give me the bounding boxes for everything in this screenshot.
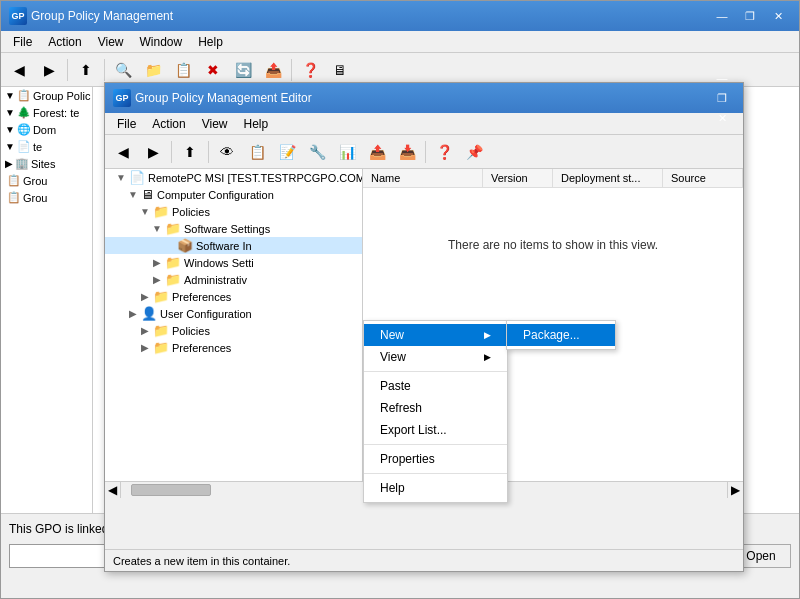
expand-admin-templates: ▶ — [149, 274, 165, 285]
inner-tb-show-hide[interactable]: 👁 — [213, 138, 241, 166]
ctx-item-refresh[interactable]: Refresh — [364, 397, 507, 419]
sidebar-item-grou2[interactable]: 📋 Grou — [1, 189, 92, 206]
inner-tb-b3[interactable]: 🔧 — [303, 138, 331, 166]
sidebar-item-te[interactable]: ▼ 📄 te — [1, 138, 92, 155]
column-headers: Name Version Deployment st... Source — [363, 169, 743, 188]
tb-console-button[interactable]: 🖥 — [326, 56, 354, 84]
ctx-item-properties[interactable]: Properties — [364, 448, 507, 470]
outer-menu-file[interactable]: File — [5, 31, 40, 52]
tb-properties-button[interactable]: 📋 — [169, 56, 197, 84]
sidebar-item-grou1[interactable]: 📋 Grou — [1, 172, 92, 189]
inner-tb-b5[interactable]: 📤 — [363, 138, 391, 166]
tb-folder-button[interactable]: 📁 — [139, 56, 167, 84]
tree-node-prefs-user[interactable]: ▶ 📁 Preferences — [105, 339, 362, 356]
inner-menu-file[interactable]: File — [109, 113, 144, 134]
inner-tb-help[interactable]: ❓ — [430, 138, 458, 166]
tb-sep-3 — [291, 59, 292, 81]
tree-label-computer-config: Computer Configuration — [157, 189, 274, 201]
ctx-arrow-new: ▶ — [484, 330, 491, 340]
tree-node-user-config[interactable]: ▶ 👤 User Configuration — [105, 305, 362, 322]
submenu-item-package[interactable]: Package... — [507, 324, 615, 346]
tb-refresh-button[interactable]: 🔄 — [229, 56, 257, 84]
inner-menu-help[interactable]: Help — [236, 113, 277, 134]
tb-delete-button[interactable]: ✖ — [199, 56, 227, 84]
tb-help-button[interactable]: ❓ — [296, 56, 324, 84]
tb-sep-2 — [104, 59, 105, 81]
expand-user-config: ▶ — [125, 308, 141, 319]
col-name[interactable]: Name — [363, 169, 483, 187]
ctx-sep-3 — [364, 473, 507, 474]
outer-sidebar: ▼ 📋 Group Polic ▼ 🌲 Forest: te ▼ 🌐 Dom ▼… — [1, 87, 93, 515]
expand-root: ▼ — [113, 172, 129, 183]
sidebar-label-grou2: Grou — [23, 192, 47, 204]
prefs-computer-icon: 📁 — [153, 289, 169, 304]
tb-forward-button[interactable]: ▶ — [35, 56, 63, 84]
outer-minimize-button[interactable]: — — [709, 6, 735, 26]
inner-tb-b1[interactable]: 📋 — [243, 138, 271, 166]
tb-back-button[interactable]: ◀ — [5, 56, 33, 84]
outer-menubar: File Action View Window Help — [1, 31, 799, 53]
tree-node-computer-config[interactable]: ▼ 🖥 Computer Configuration — [105, 186, 362, 203]
tree-node-admin-templates[interactable]: ▶ 📁 Administrativ — [105, 271, 362, 288]
tree-node-software-install[interactable]: 📦 Software In — [105, 237, 362, 254]
inner-toolbar: ◀ ▶ ⬆ 👁 📋 📝 🔧 📊 📤 📥 ❓ 📌 — [105, 135, 743, 169]
ctx-item-paste[interactable]: Paste — [364, 375, 507, 397]
ctx-label-paste: Paste — [380, 379, 411, 393]
tree-label-root: RemotePC MSI [TEST.TESTRPCGPO.COM] P — [148, 172, 363, 184]
inner-close-button[interactable]: ✕ — [709, 108, 735, 128]
sidebar-item-gpm[interactable]: ▼ 📋 Group Polic — [1, 87, 92, 104]
scroll-left-btn[interactable]: ◀ — [105, 482, 121, 498]
outer-menu-window[interactable]: Window — [132, 31, 191, 52]
outer-menu-action[interactable]: Action — [40, 31, 89, 52]
inner-menu-action[interactable]: Action — [144, 113, 193, 134]
outer-close-button[interactable]: ✕ — [765, 6, 791, 26]
tree-node-policies-1[interactable]: ▼ 📁 Policies — [105, 203, 362, 220]
tree-node-windows-settings[interactable]: ▶ 📁 Windows Setti — [105, 254, 362, 271]
inner-tb-b4[interactable]: 📊 — [333, 138, 361, 166]
ctx-item-view[interactable]: View ▶ — [364, 346, 507, 368]
inner-tb-extra[interactable]: 📌 — [460, 138, 488, 166]
sidebar-item-forest[interactable]: ▼ 🌲 Forest: te — [1, 104, 92, 121]
inner-app-icon: GP — [113, 89, 131, 107]
tb-up-button[interactable]: ⬆ — [72, 56, 100, 84]
expand-prefs-computer: ▶ — [137, 291, 153, 302]
tree-node-prefs-computer[interactable]: ▶ 📁 Preferences — [105, 288, 362, 305]
inner-tb-back[interactable]: ◀ — [109, 138, 137, 166]
tree-node-policies-user[interactable]: ▶ 📁 Policies — [105, 322, 362, 339]
outer-menu-help[interactable]: Help — [190, 31, 231, 52]
empty-message: There are no items to show in this view. — [363, 218, 743, 272]
col-deployment[interactable]: Deployment st... — [553, 169, 663, 187]
prefs-user-icon: 📁 — [153, 340, 169, 355]
inner-maximize-button[interactable]: ❐ — [709, 88, 735, 108]
tb-export-button[interactable]: 📤 — [259, 56, 287, 84]
tree-label-admin-templates: Administrativ — [184, 274, 247, 286]
inner-tb-up[interactable]: ⬆ — [176, 138, 204, 166]
ctx-label-export: Export List... — [380, 423, 447, 437]
inner-tb-b6[interactable]: 📥 — [393, 138, 421, 166]
inner-menu-view[interactable]: View — [194, 113, 236, 134]
inner-tb-sep-3 — [425, 141, 426, 163]
submenu-label-package: Package... — [523, 328, 580, 342]
scroll-right-btn[interactable]: ▶ — [727, 482, 743, 498]
sidebar-item-dom[interactable]: ▼ 🌐 Dom — [1, 121, 92, 138]
statusbar-text: Creates a new item in this container. — [113, 555, 290, 567]
submenu: Package... — [506, 320, 616, 350]
col-version[interactable]: Version — [483, 169, 553, 187]
expand-policies-user: ▶ — [137, 325, 153, 336]
sidebar-item-sites[interactable]: ▶ 🏢 Sites — [1, 155, 92, 172]
scroll-thumb[interactable] — [131, 484, 211, 496]
expand-windows-settings: ▶ — [149, 257, 165, 268]
ctx-item-help[interactable]: Help — [364, 477, 507, 499]
ctx-item-export[interactable]: Export List... — [364, 419, 507, 441]
sidebar-label-grou1: Grou — [23, 175, 47, 187]
outer-menu-view[interactable]: View — [90, 31, 132, 52]
inner-tb-forward[interactable]: ▶ — [139, 138, 167, 166]
outer-maximize-button[interactable]: ❐ — [737, 6, 763, 26]
inner-minimize-button[interactable]: — — [709, 68, 735, 88]
inner-tb-b2[interactable]: 📝 — [273, 138, 301, 166]
ctx-item-new[interactable]: New ▶ — [364, 324, 507, 346]
tree-node-root[interactable]: ▼ 📄 RemotePC MSI [TEST.TESTRPCGPO.COM] P — [105, 169, 362, 186]
tb-search-button[interactable]: 🔍 — [109, 56, 137, 84]
tree-node-software-settings[interactable]: ▼ 📁 Software Settings — [105, 220, 362, 237]
col-source[interactable]: Source — [663, 169, 743, 187]
